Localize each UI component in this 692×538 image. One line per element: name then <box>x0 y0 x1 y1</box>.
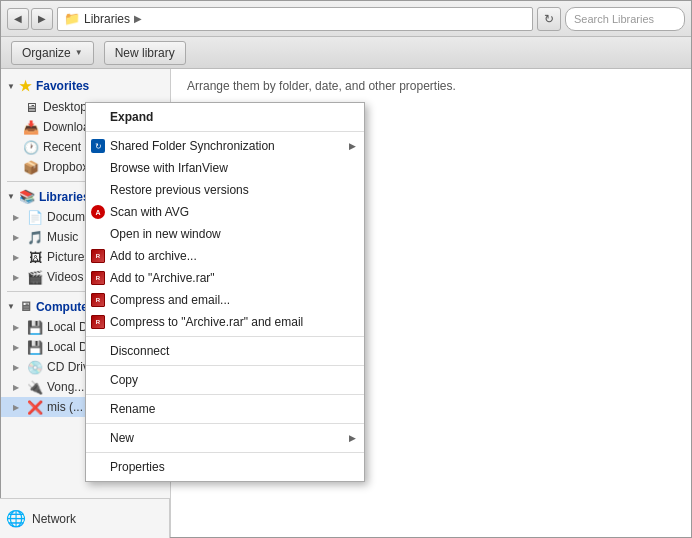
organize-button[interactable]: Organize ▼ <box>11 41 94 65</box>
ctx-sep4 <box>86 394 364 395</box>
sidebar-item-videos-label: Videos <box>47 270 83 284</box>
documents-expand: ▶ <box>13 213 19 222</box>
ctx-scan-avg[interactable]: A Scan with AVG <box>86 201 364 223</box>
address-box[interactable]: 📁 Libraries ▶ <box>57 7 533 31</box>
ctx-compress-rar-email-label: Compress to "Archive.rar" and email <box>110 315 303 329</box>
sidebar-item-vong-label: Vong... <box>47 380 84 394</box>
sidebar-item-pictures-label: Pictures <box>47 250 90 264</box>
ctx-compress-email[interactable]: R Compress and email... <box>86 289 364 311</box>
organize-label: Organize <box>22 46 71 60</box>
libraries-icon: 📚 <box>19 189 35 204</box>
favorites-header[interactable]: ▼ ★ Favorites <box>1 75 170 97</box>
pictures-icon: 🖼 <box>27 249 43 265</box>
vong-expand: ▶ <box>13 383 19 392</box>
favorites-triangle: ▼ <box>7 82 15 91</box>
ctx-add-archive-rar[interactable]: R Add to "Archive.rar" <box>86 267 364 289</box>
computer-triangle: ▼ <box>7 302 15 311</box>
network-label: Network <box>32 512 76 526</box>
ctx-sync-icon: ↻ <box>90 138 106 154</box>
ctx-open-new-window[interactable]: Open in new window <box>86 223 364 245</box>
ctx-rar3-icon: R <box>90 292 106 308</box>
ctx-browse-irfan-label: Browse with IrfanView <box>110 161 228 175</box>
ctx-properties[interactable]: Properties <box>86 456 364 478</box>
organize-dropdown-arrow: ▼ <box>75 48 83 57</box>
forward-button[interactable]: ▶ <box>31 8 53 30</box>
ctx-rename-label: Rename <box>110 402 155 416</box>
ctx-compress-email-label: Compress and email... <box>110 293 230 307</box>
mis-expand: ▶ <box>13 403 19 412</box>
sidebar-item-dropbox-label: Dropbox <box>43 160 88 174</box>
ctx-disconnect[interactable]: Disconnect <box>86 340 364 362</box>
ctx-new[interactable]: New <box>86 427 364 449</box>
downloads-icon: 📥 <box>23 119 39 135</box>
music-icon: 🎵 <box>27 229 43 245</box>
ctx-rar2-icon: R <box>90 270 106 286</box>
ctx-avg-icon: A <box>90 204 106 220</box>
address-path: Libraries <box>84 12 130 26</box>
ctx-rar1-icon: R <box>90 248 106 264</box>
ctx-rar4-icon: R <box>90 314 106 330</box>
localdisk-d-expand: ▶ <box>13 343 19 352</box>
ctx-properties-label: Properties <box>110 460 165 474</box>
favorites-star-icon: ★ <box>19 78 32 94</box>
ctx-shared-folder-sync[interactable]: ↻ Shared Folder Synchronization <box>86 135 364 157</box>
ctx-new-label: New <box>110 431 134 445</box>
ctx-scan-avg-label: Scan with AVG <box>110 205 189 219</box>
ctx-copy-label: Copy <box>110 373 138 387</box>
ctx-restore-versions[interactable]: Restore previous versions <box>86 179 364 201</box>
pictures-expand: ▶ <box>13 253 19 262</box>
libraries-header-text: Arrange them by folder, date, and other … <box>187 79 675 93</box>
computer-icon: 🖥 <box>19 299 32 314</box>
ctx-add-archive-label: Add to archive... <box>110 249 197 263</box>
libraries-label: Libraries <box>39 190 90 204</box>
sidebar-item-music-label: Music <box>47 230 78 244</box>
libraries-triangle: ▼ <box>7 192 15 201</box>
favorites-label: Favorites <box>36 79 89 93</box>
desktop-icon: 🖥 <box>23 99 39 115</box>
folder-icon: 📁 <box>64 11 80 26</box>
ctx-shared-folder-sync-label: Shared Folder Synchronization <box>110 139 275 153</box>
ctx-expand[interactable]: Expand <box>86 106 364 128</box>
videos-expand: ▶ <box>13 273 19 282</box>
cd-drive-expand: ▶ <box>13 363 19 372</box>
ctx-copy[interactable]: Copy <box>86 369 364 391</box>
ctx-sep2 <box>86 336 364 337</box>
ctx-browse-irfan[interactable]: Browse with IrfanView <box>86 157 364 179</box>
documents-icon: 📄 <box>27 209 43 225</box>
ctx-restore-versions-label: Restore previous versions <box>110 183 249 197</box>
refresh-button[interactable]: ↻ <box>537 7 561 31</box>
videos-icon: 🎬 <box>27 269 43 285</box>
vong-icon: 🔌 <box>27 379 43 395</box>
search-box[interactable]: Search Libraries <box>565 7 685 31</box>
new-library-label: New library <box>115 46 175 60</box>
context-menu: Expand ↻ Shared Folder Synchronization B… <box>85 102 365 482</box>
localdisk-d-icon: 💾 <box>27 339 43 355</box>
network-icon: 🌐 <box>6 509 26 528</box>
nav-buttons: ◀ ▶ <box>7 8 53 30</box>
ctx-sep6 <box>86 452 364 453</box>
mis-icon: ❌ <box>27 399 43 415</box>
ctx-open-new-window-label: Open in new window <box>110 227 221 241</box>
dropbox-icon: 📦 <box>23 159 39 175</box>
music-expand: ▶ <box>13 233 19 242</box>
sidebar-item-desktop-label: Desktop <box>43 100 87 114</box>
new-library-button[interactable]: New library <box>104 41 186 65</box>
ctx-rename[interactable]: Rename <box>86 398 364 420</box>
localdisk-c-expand: ▶ <box>13 323 19 332</box>
ctx-sep3 <box>86 365 364 366</box>
recent-icon: 🕐 <box>23 139 39 155</box>
address-bar: ◀ ▶ 📁 Libraries ▶ ↻ Search Libraries <box>1 1 691 37</box>
network-item[interactable]: 🌐 Network <box>0 498 170 538</box>
breadcrumb-arrow: ▶ <box>134 13 142 24</box>
ctx-add-archive[interactable]: R Add to archive... <box>86 245 364 267</box>
ctx-sep1 <box>86 131 364 132</box>
ctx-disconnect-label: Disconnect <box>110 344 169 358</box>
back-button[interactable]: ◀ <box>7 8 29 30</box>
ctx-expand-label: Expand <box>110 110 153 124</box>
ctx-add-archive-rar-label: Add to "Archive.rar" <box>110 271 215 285</box>
cd-drive-icon: 💿 <box>27 359 43 375</box>
toolbar: Organize ▼ New library <box>1 37 691 69</box>
search-placeholder: Search Libraries <box>574 13 654 25</box>
ctx-sep5 <box>86 423 364 424</box>
ctx-compress-rar-email[interactable]: R Compress to "Archive.rar" and email <box>86 311 364 333</box>
